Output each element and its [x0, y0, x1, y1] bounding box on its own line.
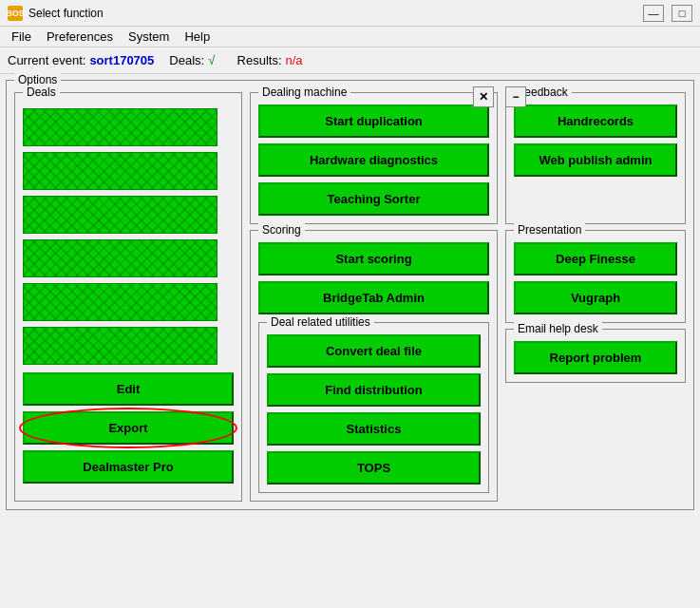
minimize-button[interactable]: —	[643, 5, 664, 22]
scoring-section: Scoring Start scoring BridgeTab Admin De…	[250, 230, 498, 502]
right-top: Dealing machine Start duplication Hardwa…	[250, 92, 686, 224]
scoring-content: Start scoring BridgeTab Admin	[258, 242, 489, 314]
hardware-diagnostics-button[interactable]: Hardware diagnostics	[258, 143, 489, 177]
minimize-options-button[interactable]: −	[505, 86, 526, 107]
deals-section: Deals Edit Export Dealmaster Pro	[14, 92, 242, 502]
menu-preferences[interactable]: Preferences	[39, 28, 121, 46]
edit-button[interactable]: Edit	[23, 372, 234, 406]
menu-system[interactable]: System	[121, 28, 177, 46]
dealing-machine-label: Dealing machine	[258, 86, 350, 99]
deal-item-3[interactable]	[23, 196, 218, 234]
bridgetab-admin-button[interactable]: BridgeTab Admin	[258, 281, 489, 314]
event-name: sort170705	[89, 53, 154, 67]
statistics-button[interactable]: Statistics	[267, 412, 481, 446]
export-button-wrapper: Export	[23, 411, 234, 445]
options-group: Options ✕ − Deals Edit	[6, 80, 694, 510]
menu-bar: File Preferences System Help	[0, 27, 700, 48]
options-label: Options	[14, 73, 61, 86]
handrecords-button[interactable]: Handrecords	[514, 104, 677, 138]
deal-utilities-label: Deal related utilities	[267, 315, 374, 329]
maximize-button[interactable]: □	[672, 5, 692, 22]
scoring-label: Scoring	[258, 223, 305, 237]
dealing-machine-section: Dealing machine Start duplication Hardwa…	[250, 92, 498, 224]
bottom-sections: Scoring Start scoring BridgeTab Admin De…	[250, 230, 686, 502]
deal-item-4[interactable]	[23, 239, 218, 277]
presentation-label: Presentation	[514, 223, 585, 237]
right-side-sections: Presentation Deep Finesse Vugraph Email …	[505, 230, 686, 502]
presentation-content: Deep Finesse Vugraph	[514, 242, 677, 314]
deal-utilities-section: Deal related utilities Convert deal file…	[258, 322, 489, 493]
feedback-content: Handrecords Web publish admin	[514, 104, 677, 177]
app-icon: BOS	[8, 6, 23, 21]
email-help-desk-content: Report problem	[514, 341, 677, 374]
start-scoring-button[interactable]: Start scoring	[258, 242, 489, 276]
convert-deal-file-button[interactable]: Convert deal file	[267, 334, 481, 368]
deals-buttons: Edit Export Dealmaster Pro	[23, 372, 234, 484]
find-distribution-button[interactable]: Find distribution	[267, 373, 481, 407]
report-problem-button[interactable]: Report problem	[514, 341, 677, 374]
right-columns: Dealing machine Start duplication Hardwa…	[250, 92, 686, 502]
menu-help[interactable]: Help	[177, 28, 218, 46]
deal-item-1[interactable]	[23, 108, 218, 146]
presentation-section: Presentation Deep Finesse Vugraph	[505, 230, 686, 323]
deal-utilities-content: Convert deal file Find distribution Stat…	[267, 334, 481, 484]
vugraph-button[interactable]: Vugraph	[514, 281, 677, 314]
title-bar-text: Select function	[28, 7, 643, 20]
close-options-button[interactable]: ✕	[473, 86, 494, 107]
deep-finesse-button[interactable]: Deep Finesse	[514, 242, 677, 276]
deals-label: Deals:	[169, 53, 204, 67]
deal-items-list	[23, 108, 234, 365]
export-button[interactable]: Export	[23, 411, 234, 445]
deal-item-2[interactable]	[23, 152, 218, 190]
status-bar: Current event: sort170705 Deals: √ Resul…	[0, 48, 700, 74]
main-content: Options ✕ − Deals Edit	[0, 74, 700, 516]
deal-item-5[interactable]	[23, 283, 218, 321]
teaching-sorter-button[interactable]: Teaching Sorter	[258, 182, 489, 216]
menu-file[interactable]: File	[4, 28, 39, 46]
deals-label: Deals	[23, 86, 60, 99]
options-inner: Deals Edit Export Dealmaster Pro	[14, 92, 686, 502]
title-bar: BOS Select function — □	[0, 0, 700, 27]
dealing-machine-content: Start duplication Hardware diagnostics T…	[258, 104, 489, 216]
web-publish-admin-button[interactable]: Web publish admin	[514, 143, 677, 177]
deals-value: √	[208, 53, 215, 67]
email-help-desk-label: Email help desk	[514, 322, 602, 335]
tops-button[interactable]: TOPS	[267, 451, 481, 484]
results-value: n/a	[286, 53, 303, 67]
start-duplication-button[interactable]: Start duplication	[258, 104, 489, 138]
feedback-section: Feedback Handrecords Web publish admin	[505, 92, 686, 224]
results-label: Results:	[237, 53, 282, 67]
event-label: Current event:	[8, 53, 85, 67]
dealmaster-pro-button[interactable]: Dealmaster Pro	[23, 450, 234, 484]
email-help-desk-section: Email help desk Report problem	[505, 329, 686, 383]
deal-item-6[interactable]	[23, 327, 218, 365]
title-bar-controls: — □	[643, 5, 692, 22]
